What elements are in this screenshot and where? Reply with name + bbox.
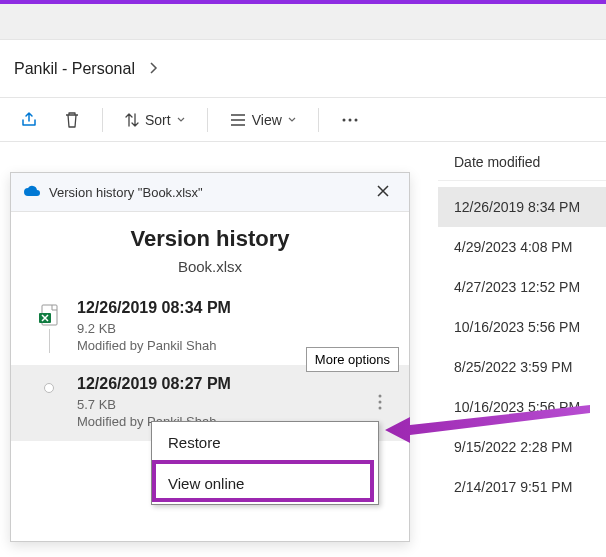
close-button[interactable]	[369, 179, 397, 205]
list-item[interactable]: 10/16/2023 5:56 PM	[438, 307, 606, 347]
separator	[207, 108, 208, 132]
list-item[interactable]: 12/26/2019 8:34 PM	[438, 187, 606, 227]
chevron-down-icon	[177, 117, 185, 123]
separator	[318, 108, 319, 132]
delete-icon[interactable]	[54, 105, 90, 135]
timeline	[31, 375, 67, 429]
version-size: 9.2 KB	[77, 321, 393, 336]
breadcrumb-folder[interactable]: Pankil - Personal	[14, 60, 135, 78]
toolbar: Sort View	[0, 98, 606, 142]
version-row[interactable]: More options 12/26/2019 08:27 PM 5.7 KB …	[11, 365, 409, 441]
svg-point-5	[379, 395, 382, 398]
breadcrumb: Pankil - Personal	[0, 40, 606, 98]
list-item[interactable]: 2/14/2017 9:51 PM	[438, 467, 606, 507]
list-item[interactable]: 4/27/2023 12:52 PM	[438, 267, 606, 307]
dialog-title: Version history "Book.xlsx"	[49, 185, 369, 200]
list-item[interactable]: 10/16/2023 5:56 PM	[438, 387, 606, 427]
more-button[interactable]	[331, 111, 369, 129]
ribbon-bar	[0, 4, 606, 40]
column-header-date-modified[interactable]: Date modified	[438, 142, 606, 181]
version-history-dialog: Version history "Book.xlsx" Version hist…	[10, 172, 410, 542]
chevron-right-icon[interactable]	[149, 61, 159, 77]
version-history-heading: Version history	[11, 226, 409, 252]
more-options-tooltip: More options	[306, 347, 399, 372]
version-size: 5.7 KB	[77, 397, 367, 412]
timeline	[31, 299, 67, 353]
list-item[interactable]: 8/25/2022 3:59 PM	[438, 347, 606, 387]
onedrive-icon	[23, 183, 41, 201]
context-menu: Restore View online	[151, 421, 379, 505]
chevron-down-icon	[288, 117, 296, 123]
view-button[interactable]: View	[220, 106, 306, 134]
version-date: 12/26/2019 08:34 PM	[77, 299, 393, 317]
separator	[102, 108, 103, 132]
version-date: 12/26/2019 08:27 PM	[77, 375, 367, 393]
sort-button[interactable]: Sort	[115, 106, 195, 134]
list-item[interactable]: 9/15/2022 2:28 PM	[438, 427, 606, 467]
svg-point-6	[379, 401, 382, 404]
file-list: 12/26/2019 8:34 PM 4/29/2023 4:08 PM 4/2…	[438, 181, 606, 507]
excel-file-icon	[37, 303, 61, 327]
more-options-button[interactable]	[367, 385, 393, 419]
timeline-dot-icon	[44, 383, 54, 393]
sort-label: Sort	[145, 112, 171, 128]
view-label: View	[252, 112, 282, 128]
dialog-titlebar: Version history "Book.xlsx"	[11, 173, 409, 212]
list-item[interactable]: 4/29/2023 4:08 PM	[438, 227, 606, 267]
menu-item-view-online[interactable]: View online	[152, 463, 378, 504]
svg-point-7	[379, 407, 382, 410]
menu-item-restore[interactable]: Restore	[152, 422, 378, 463]
svg-point-0	[342, 118, 345, 121]
version-history-filename: Book.xlsx	[11, 258, 409, 275]
svg-point-2	[354, 118, 357, 121]
svg-point-1	[348, 118, 351, 121]
share-icon[interactable]	[10, 105, 48, 135]
